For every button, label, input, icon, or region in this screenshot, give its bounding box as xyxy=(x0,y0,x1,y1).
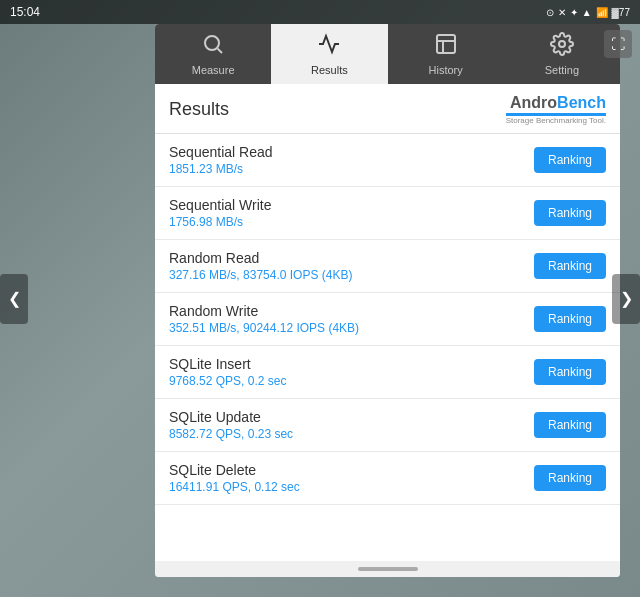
bench-info: Random Write352.51 MB/s, 90244.12 IOPS (… xyxy=(169,303,534,335)
status-bar: 15:04 ⊙ ✕ ✦ ▲ 📶 ▓77 xyxy=(0,0,640,24)
expand-button[interactable]: ⛶ xyxy=(604,30,632,58)
bench-info: SQLite Update8582.72 QPS, 0.23 sec xyxy=(169,409,534,441)
ranking-button[interactable]: Ranking xyxy=(534,359,606,385)
nav-arrow-right[interactable]: ❯ xyxy=(612,274,640,324)
table-row: Random Read327.16 MB/s, 83754.0 IOPS (4K… xyxy=(155,240,620,293)
bench-value: 352.51 MB/s, 90244.12 IOPS (4KB) xyxy=(169,321,534,335)
results-header: Results AndroBench Storage Benchmarking … xyxy=(155,84,620,134)
svg-line-1 xyxy=(218,49,222,53)
bench-name: Sequential Read xyxy=(169,144,534,160)
ranking-button[interactable]: Ranking xyxy=(534,147,606,173)
tab-history[interactable]: History xyxy=(388,24,504,84)
ranking-button[interactable]: Ranking xyxy=(534,412,606,438)
right-chevron-icon: ❯ xyxy=(620,289,633,308)
bluetooth-icon: ✦ xyxy=(570,7,578,18)
logo-text-container: AndroBench xyxy=(510,94,606,112)
table-row: Sequential Read1851.23 MB/sRanking xyxy=(155,134,620,187)
scroll-bar xyxy=(358,567,418,571)
table-row: SQLite Update8582.72 QPS, 0.23 secRankin… xyxy=(155,399,620,452)
svg-point-0 xyxy=(205,36,219,50)
location-icon: ⊙ xyxy=(546,7,554,18)
search-icon xyxy=(201,32,225,62)
status-icons: ⊙ ✕ ✦ ▲ 📶 ▓77 xyxy=(546,7,630,18)
ranking-button[interactable]: Ranking xyxy=(534,306,606,332)
androbench-logo: AndroBench Storage Benchmarking Tool. xyxy=(506,94,606,125)
bench-value: 8582.72 QPS, 0.23 sec xyxy=(169,427,534,441)
bench-info: Sequential Write1756.98 MB/s xyxy=(169,197,534,229)
tab-setting-label: Setting xyxy=(545,64,579,76)
chart-icon xyxy=(317,32,341,62)
bench-value: 1756.98 MB/s xyxy=(169,215,534,229)
history-icon xyxy=(434,32,458,62)
bench-name: Sequential Write xyxy=(169,197,534,213)
tab-measure[interactable]: Measure xyxy=(155,24,271,84)
tab-measure-label: Measure xyxy=(192,64,235,76)
bench-name: SQLite Delete xyxy=(169,462,534,478)
tab-results-label: Results xyxy=(311,64,348,76)
bench-name: Random Read xyxy=(169,250,534,266)
table-row: Sequential Write1756.98 MB/sRanking xyxy=(155,187,620,240)
bench-value: 16411.91 QPS, 0.12 sec xyxy=(169,480,534,494)
logo-andro-text: Andro xyxy=(510,94,557,111)
scroll-indicator xyxy=(155,561,620,577)
bench-info: Random Read327.16 MB/s, 83754.0 IOPS (4K… xyxy=(169,250,534,282)
expand-icon: ⛶ xyxy=(611,36,625,52)
nav-arrow-left[interactable]: ❮ xyxy=(0,274,28,324)
tab-history-label: History xyxy=(429,64,463,76)
left-chevron-icon: ❮ xyxy=(8,289,21,308)
logo-bench-text: Bench xyxy=(557,94,606,111)
bench-name: Random Write xyxy=(169,303,534,319)
bench-info: SQLite Insert9768.52 QPS, 0.2 sec xyxy=(169,356,534,388)
tab-setting[interactable]: Setting xyxy=(504,24,620,84)
svg-point-5 xyxy=(559,41,565,47)
bench-name: SQLite Update xyxy=(169,409,534,425)
table-row: Random Write352.51 MB/s, 90244.12 IOPS (… xyxy=(155,293,620,346)
benchmark-list: Sequential Read1851.23 MB/sRankingSequen… xyxy=(155,134,620,505)
bench-info: SQLite Delete16411.91 QPS, 0.12 sec xyxy=(169,462,534,494)
notification-icon: ✕ xyxy=(558,7,566,18)
app-container: Measure Results History xyxy=(155,24,620,577)
ranking-button[interactable]: Ranking xyxy=(534,200,606,226)
tab-results[interactable]: Results xyxy=(271,24,387,84)
table-row: SQLite Delete16411.91 QPS, 0.12 secRanki… xyxy=(155,452,620,505)
bench-name: SQLite Insert xyxy=(169,356,534,372)
bench-value: 1851.23 MB/s xyxy=(169,162,534,176)
bench-info: Sequential Read1851.23 MB/s xyxy=(169,144,534,176)
gear-icon xyxy=(550,32,574,62)
results-title: Results xyxy=(169,99,229,120)
ranking-button[interactable]: Ranking xyxy=(534,253,606,279)
bench-value: 9768.52 QPS, 0.2 sec xyxy=(169,374,534,388)
svg-rect-2 xyxy=(437,35,455,53)
battery-icon: ▓77 xyxy=(612,7,630,18)
table-row: SQLite Insert9768.52 QPS, 0.2 secRanking xyxy=(155,346,620,399)
results-panel: Results AndroBench Storage Benchmarking … xyxy=(155,84,620,561)
status-time: 15:04 xyxy=(10,5,40,19)
bench-value: 327.16 MB/s, 83754.0 IOPS (4KB) xyxy=(169,268,534,282)
wifi-icon: ▲ xyxy=(582,7,592,18)
ranking-button[interactable]: Ranking xyxy=(534,465,606,491)
logo-subtitle: Storage Benchmarking Tool. xyxy=(506,116,606,125)
signal-icon: 📶 xyxy=(596,7,608,18)
tab-bar: Measure Results History xyxy=(155,24,620,84)
